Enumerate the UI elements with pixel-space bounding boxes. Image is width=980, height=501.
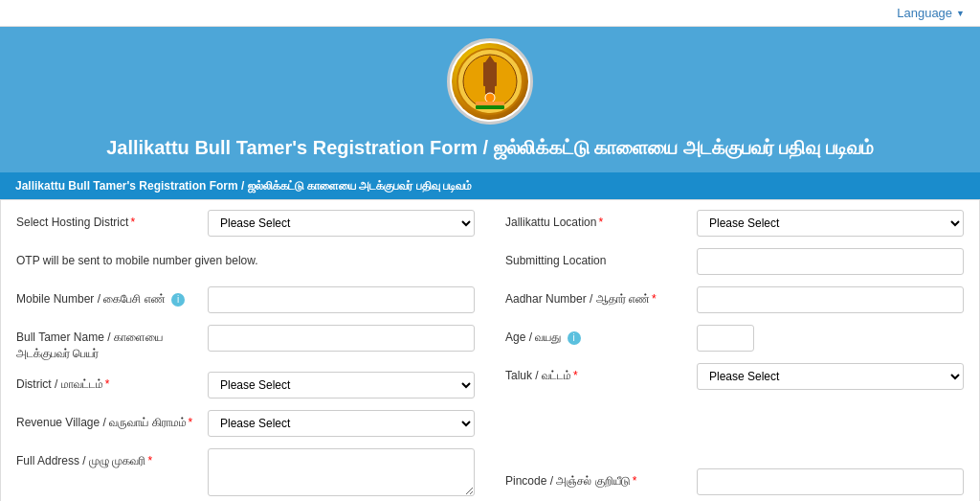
- required-marker: *: [105, 377, 110, 391]
- top-bar: Language: [0, 0, 980, 27]
- jallikattu-location-select[interactable]: Please Select: [697, 210, 964, 237]
- svg-point-5: [485, 93, 495, 102]
- submitting-location-row: Submitting Location: [505, 248, 964, 277]
- hosting-district-label: Select Hosting District*: [16, 210, 208, 231]
- logo: [447, 38, 533, 125]
- otp-note-row: OTP will be sent to mobile number given …: [16, 248, 475, 277]
- aadhar-number-input[interactable]: [697, 286, 964, 313]
- header-banner: Jallikattu Bull Tamer's Registration For…: [0, 27, 980, 172]
- required-marker: *: [147, 454, 152, 467]
- submitting-location-input[interactable]: [697, 248, 964, 275]
- jallikattu-location-label: Jallikattu Location*: [505, 210, 697, 231]
- district-control: Please Select: [208, 372, 475, 399]
- jallikattu-location-row: Jallikattu Location* Please Select: [505, 210, 964, 239]
- form-left-column: Select Hosting District* Please Select O…: [1, 200, 490, 501]
- bull-tamer-name-row: Bull Tamer Name / காளையை அடக்குபவர் பெயர…: [16, 325, 475, 362]
- required-marker: *: [189, 416, 193, 429]
- submitting-location-control: [697, 248, 964, 275]
- mobile-number-label: Mobile Number / கைபேசி எண் i: [16, 286, 208, 307]
- page-title: Jallikattu Bull Tamer's Registration For…: [106, 125, 874, 172]
- aadhar-number-row: Aadhar Number / ஆதார் எண்*: [505, 286, 964, 315]
- bull-tamer-name-label: Bull Tamer Name / காளையை அடக்குபவர் பெயர…: [16, 325, 208, 362]
- pincode-input[interactable]: [697, 468, 964, 495]
- revenue-village-label: Revenue Village / வருவாய் கிராமம்*: [16, 410, 208, 431]
- mobile-info-icon[interactable]: i: [171, 293, 185, 307]
- required-marker: *: [598, 216, 603, 229]
- pincode-spacer: [505, 401, 964, 459]
- registration-form: Select Hosting District* Please Select O…: [0, 199, 980, 501]
- form-right-column: Jallikattu Location* Please Select Submi…: [490, 200, 979, 501]
- required-marker: *: [652, 292, 657, 306]
- bull-tamer-name-control: [208, 325, 475, 352]
- mobile-number-control: [208, 286, 475, 313]
- language-button[interactable]: Language: [897, 6, 965, 20]
- taluk-select[interactable]: Please Select: [697, 363, 964, 390]
- revenue-village-row: Revenue Village / வருவாய் கிராமம்* Pleas…: [16, 410, 475, 439]
- required-marker: *: [573, 369, 578, 382]
- full-address-textarea[interactable]: [208, 448, 475, 496]
- jallikattu-location-control: Please Select: [697, 210, 964, 237]
- mobile-number-row: Mobile Number / கைபேசி எண் i: [16, 286, 475, 315]
- hosting-district-row: Select Hosting District* Please Select: [16, 210, 475, 239]
- logo-image: [452, 43, 528, 120]
- age-info-icon[interactable]: i: [568, 331, 581, 345]
- pincode-label: Pincode / அஞ்சல் குறியீடு*: [505, 468, 697, 490]
- taluk-label: Taluk / வட்டம்*: [505, 363, 697, 384]
- full-address-label: Full Address / முழு முகவரி*: [16, 448, 208, 469]
- hosting-district-select[interactable]: Please Select: [208, 210, 475, 237]
- aadhar-number-control: [697, 286, 964, 313]
- age-control: [697, 325, 964, 352]
- svg-rect-6: [476, 105, 504, 109]
- breadcrumb: Jallikattu Bull Tamer's Registration For…: [0, 172, 980, 199]
- pincode-control: [697, 468, 964, 495]
- pincode-row: Pincode / அஞ்சல் குறியீடு*: [505, 468, 964, 497]
- required-marker: *: [633, 474, 637, 488]
- revenue-village-select[interactable]: Please Select: [208, 410, 475, 437]
- submitting-location-label: Submitting Location: [505, 248, 697, 269]
- age-input[interactable]: [697, 325, 754, 352]
- otp-note-label: OTP will be sent to mobile number given …: [16, 248, 258, 269]
- district-label: District / மாவட்டம்*: [16, 372, 208, 393]
- required-marker: *: [130, 216, 135, 229]
- taluk-control: Please Select: [697, 363, 964, 390]
- bull-tamer-name-input[interactable]: [208, 325, 475, 352]
- aadhar-number-label: Aadhar Number / ஆதார் எண்*: [505, 286, 697, 307]
- age-row: Age / வயது i: [505, 325, 964, 353]
- district-row: District / மாவட்டம்* Please Select: [16, 372, 475, 400]
- hosting-district-control: Please Select: [208, 210, 475, 237]
- taluk-row: Taluk / வட்டம்* Please Select: [505, 363, 964, 392]
- svg-rect-7: [476, 102, 504, 105]
- mobile-number-input[interactable]: [208, 286, 475, 313]
- full-address-control: [208, 448, 475, 499]
- district-select[interactable]: Please Select: [208, 372, 475, 399]
- age-label: Age / வயது i: [505, 325, 697, 346]
- revenue-village-control: Please Select: [208, 410, 475, 437]
- svg-rect-2: [483, 62, 497, 86]
- full-address-row: Full Address / முழு முகவரி*: [16, 448, 475, 499]
